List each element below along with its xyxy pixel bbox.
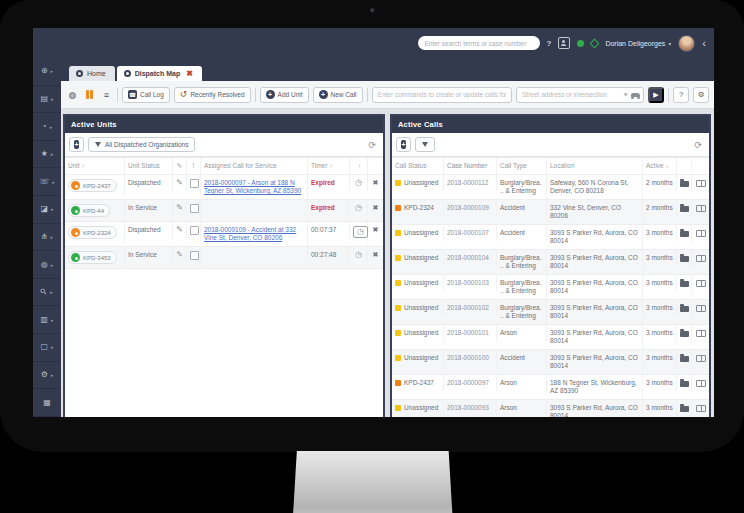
help-button[interactable]: ?: [673, 87, 689, 103]
folder-icon[interactable]: [680, 206, 689, 212]
unit-badge[interactable]: KPD-2437: [68, 179, 117, 192]
unit-checkbox[interactable]: [190, 179, 199, 188]
col-case-number[interactable]: Case Number: [444, 158, 497, 174]
map-icon[interactable]: [696, 380, 706, 387]
help-icon[interactable]: ?: [547, 39, 552, 48]
edit-pencil-icon[interactable]: ✎: [173, 247, 187, 263]
edit-pencil-icon[interactable]: ✎: [173, 175, 187, 191]
folder-icon[interactable]: [680, 256, 689, 262]
case-number-cell[interactable]: 2018-0000107: [444, 225, 497, 241]
folder-icon[interactable]: [680, 381, 689, 387]
col-active[interactable]: Active↓: [643, 158, 677, 174]
col-actions[interactable]: [368, 162, 383, 170]
edit-pencil-icon[interactable]: ✎: [173, 200, 187, 216]
unit-checkbox[interactable]: [190, 251, 199, 260]
col-location[interactable]: Location: [547, 158, 643, 174]
call-log-button[interactable]: ☎ Call Log: [122, 87, 170, 103]
map-icon[interactable]: [696, 205, 706, 212]
avatar[interactable]: [678, 35, 695, 52]
case-number-cell[interactable]: 2018-0000102: [444, 300, 497, 316]
sidebar-item-briefcase[interactable]: ▤▸: [33, 86, 61, 114]
refresh-icon[interactable]: ⟳: [365, 140, 379, 150]
col-call-status[interactable]: Call Status: [392, 158, 444, 174]
col-folder[interactable]: [677, 162, 692, 170]
command-input[interactable]: [372, 87, 512, 103]
map-icon[interactable]: [696, 280, 706, 287]
col-unit[interactable]: Unit↑: [65, 158, 125, 174]
col-assigned-call[interactable]: Assigned Call for Service: [201, 158, 308, 174]
case-number-cell[interactable]: 2018-0000093: [444, 400, 497, 416]
sidebar-item-table[interactable]: ▦: [33, 389, 61, 417]
unit-badge[interactable]: KPD-2324: [68, 226, 117, 239]
folder-icon[interactable]: [680, 356, 689, 362]
col-timer[interactable]: Timer↑: [308, 158, 350, 174]
timer-clock-icon[interactable]: ◷: [353, 226, 368, 238]
unit-badge[interactable]: KPD-3453: [68, 251, 117, 264]
folder-icon[interactable]: [680, 331, 689, 337]
case-number-cell[interactable]: 2018-0000104: [444, 250, 497, 266]
user-menu[interactable]: Dorian Deligeorges ▾: [605, 40, 671, 47]
case-number-cell[interactable]: 2018-0000109: [444, 200, 497, 216]
collapse-chevron-icon[interactable]: ‹: [702, 38, 706, 48]
unit-checkbox[interactable]: [190, 226, 199, 235]
timer-clock-icon[interactable]: ◷: [355, 178, 362, 187]
sidebar-item-settings[interactable]: ⚙▸: [33, 362, 61, 390]
add-unit-panel-button[interactable]: +: [69, 137, 84, 152]
globe-icon[interactable]: ◍: [66, 88, 79, 101]
map-icon[interactable]: [696, 230, 706, 237]
sidebar-item-search[interactable]: ⚲▸: [33, 279, 61, 307]
refresh-icon[interactable]: ⟳: [691, 140, 705, 150]
map-icon[interactable]: [696, 255, 706, 262]
col-edit pencil-icon[interactable]: ✎: [173, 158, 187, 174]
map-icon[interactable]: [696, 355, 706, 362]
map-icon[interactable]: [696, 405, 706, 412]
sidebar-item-star[interactable]: ★▸: [33, 141, 61, 169]
timer-clock-icon[interactable]: ◷: [355, 250, 362, 259]
tab-dispatch-map[interactable]: Dispatch Map ✖: [117, 66, 202, 81]
close-tab-icon[interactable]: ✖: [186, 70, 193, 77]
sidebar-item-globe[interactable]: ◍▸: [33, 251, 61, 279]
folder-icon[interactable]: [680, 181, 689, 187]
edit-pencil-icon[interactable]: ✎: [173, 222, 187, 238]
case-number-cell[interactable]: 2018-0000103: [444, 275, 497, 291]
list-view-icon[interactable]: ≡: [100, 88, 113, 101]
case-number-cell[interactable]: 2018-0000112: [444, 175, 497, 191]
remove-unit-icon[interactable]: ✖: [368, 200, 383, 216]
folder-icon[interactable]: [680, 281, 689, 287]
case-number-cell[interactable]: 2018-0000100: [444, 350, 497, 366]
unit-checkbox[interactable]: [190, 204, 199, 213]
timer-clock-icon[interactable]: ◷: [355, 203, 362, 212]
map-icon[interactable]: [696, 330, 706, 337]
crosshair-icon[interactable]: ⌖: [623, 91, 628, 99]
folder-icon[interactable]: [680, 306, 689, 312]
map-icon[interactable]: [696, 305, 706, 312]
sidebar-item-phone[interactable]: ☏▸: [33, 168, 61, 196]
add-call-button[interactable]: +: [396, 137, 411, 152]
car-icon[interactable]: [631, 93, 640, 97]
remove-unit-icon[interactable]: ✖: [368, 175, 383, 191]
col-unit-status[interactable]: Unit Status: [125, 158, 173, 174]
case-number-cell[interactable]: 2018-0000097: [444, 375, 497, 391]
sidebar-item-plus-circle[interactable]: ⊕▸: [33, 58, 61, 86]
search-input[interactable]: [418, 36, 540, 50]
sidebar-item-sitemap[interactable]: ⋔▸: [33, 224, 61, 252]
assigned-call-link[interactable]: 2018-0000097 - Arson at 188 N Tegner St,…: [204, 179, 301, 194]
case-number-cell[interactable]: 2018-0000101: [444, 325, 497, 341]
new-call-button[interactable]: + New Call: [313, 87, 363, 103]
remove-unit-icon[interactable]: ✖: [368, 222, 383, 238]
sidebar-item-document[interactable]: ▢▸: [33, 334, 61, 362]
dispatched-organizations-filter[interactable]: All Dispatched Organizations: [88, 137, 195, 152]
folder-icon[interactable]: [680, 406, 689, 412]
unit-badge[interactable]: KPD-44: [68, 204, 110, 217]
contact-card-icon[interactable]: [558, 37, 570, 49]
add-unit-button[interactable]: + Add Unit: [260, 87, 309, 103]
assigned-call-link[interactable]: 2018-0000109 - Accident at 332 Vine St, …: [204, 226, 296, 241]
settings-gear-button[interactable]: ⚙: [693, 87, 709, 103]
col-alert[interactable]: !: [187, 158, 201, 174]
sidebar-item-layers[interactable]: ◪▸: [33, 196, 61, 224]
sidebar-item-clock[interactable]: ◔▸: [33, 113, 61, 141]
col-map[interactable]: [692, 162, 709, 170]
col-call-type[interactable]: Call Type: [497, 158, 547, 174]
sidebar-item-archive[interactable]: ▥▸: [33, 306, 61, 334]
columns-icon[interactable]: [83, 88, 96, 101]
